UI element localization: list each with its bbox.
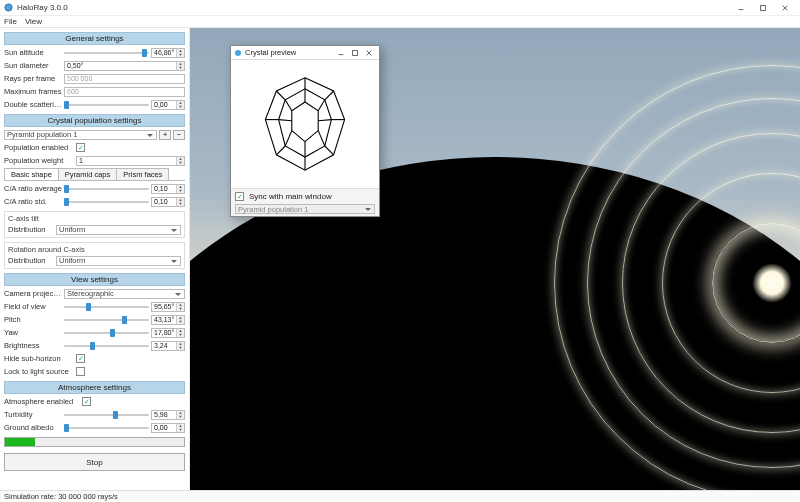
status-text: Simulation rate: 30 000 000 rays/s — [4, 492, 118, 501]
pitch-label: Pitch — [4, 315, 62, 324]
ca-avg-spin[interactable]: 0,10▲▼ — [151, 184, 185, 194]
pitch-spin[interactable]: 43,13°▲▼ — [151, 315, 185, 325]
rays-per-frame-input[interactable]: 500 000 — [64, 74, 185, 84]
rotation-group: Rotation around C-axis Distribution Unif… — [4, 242, 185, 269]
ground-albedo-slider[interactable] — [64, 424, 149, 432]
tab-prism-faces[interactable]: Prism faces — [116, 168, 169, 180]
menubar: File View — [0, 16, 800, 28]
hide-sub-horizon-check[interactable] — [76, 354, 85, 363]
max-frames-label: Maximum frames — [4, 87, 62, 96]
fov-slider[interactable] — [64, 303, 149, 311]
ca-std-label: C/A ratio std. — [4, 197, 62, 206]
turbidity-slider[interactable] — [64, 411, 149, 419]
population-weight-spin[interactable]: 1▲▼ — [76, 156, 185, 166]
rotation-distribution-select[interactable]: Uniform — [56, 256, 181, 266]
tilt-dist-label: Distribution — [8, 225, 54, 234]
window-titlebar: HaloRay 3.0.0 — [0, 0, 800, 16]
preview-population-select: Pyramid population 1 — [235, 204, 375, 214]
stop-button[interactable]: Stop — [4, 453, 185, 471]
svg-line-15 — [325, 146, 334, 155]
tilt-distribution-select[interactable]: Uniform — [56, 225, 181, 235]
svg-line-13 — [325, 91, 334, 100]
double-scatter-label: Double scattering — [4, 100, 62, 109]
lock-to-light-check[interactable] — [76, 367, 85, 376]
section-view: View settings — [4, 273, 185, 286]
brightness-spin[interactable]: 3,24▲▼ — [151, 341, 185, 351]
svg-line-28 — [285, 100, 292, 111]
preview-title: Crystal preview — [245, 48, 334, 57]
crystal-preview-window[interactable]: Crystal preview — [230, 45, 380, 217]
svg-line-24 — [318, 131, 325, 146]
window-title: HaloRay 3.0.0 — [17, 3, 730, 12]
population-weight-label: Population weight — [4, 156, 74, 165]
hide-sub-horizon-label: Hide sub-horizon — [4, 354, 74, 363]
maximize-button[interactable] — [752, 1, 774, 15]
rays-per-frame-label: Rays per frame — [4, 74, 62, 83]
svg-point-5 — [235, 50, 241, 56]
svg-line-26 — [285, 131, 292, 146]
menu-view[interactable]: View — [25, 17, 42, 26]
population-enabled-check[interactable] — [76, 143, 85, 152]
add-population-button[interactable]: + — [159, 130, 171, 140]
sun-altitude-slider[interactable] — [64, 49, 149, 57]
preview-icon — [234, 49, 242, 57]
ground-albedo-spin[interactable]: 0,00▲▼ — [151, 423, 185, 433]
rot-dist-label: Distribution — [8, 256, 54, 265]
settings-sidebar: General settings Sun altitude 46,86°▲▼ S… — [0, 28, 190, 490]
preview-maximize-button[interactable] — [348, 46, 362, 60]
yaw-slider[interactable] — [64, 329, 149, 337]
double-scatter-slider[interactable] — [64, 101, 149, 109]
projection-label: Camera projection — [4, 289, 62, 298]
app-icon — [4, 3, 13, 12]
menu-file[interactable]: File — [4, 17, 17, 26]
crystal-wireframe-icon — [250, 69, 360, 179]
rotation-label: Rotation around C-axis — [8, 245, 181, 254]
minimize-button[interactable] — [730, 1, 752, 15]
svg-line-19 — [276, 91, 285, 100]
sun-altitude-spin[interactable]: 46,86°▲▼ — [151, 48, 185, 58]
ca-std-spin[interactable]: 0,10▲▼ — [151, 197, 185, 207]
crystal-tabs: Basic shape Pyramid caps Prism faces — [4, 168, 185, 181]
turbidity-label: Turbidity — [4, 410, 62, 419]
svg-line-27 — [279, 120, 292, 121]
sun-disc — [752, 263, 792, 303]
projection-select[interactable]: Stereographic — [64, 289, 185, 299]
population-select[interactable]: Pyramid population 1 — [4, 130, 157, 140]
ca-avg-label: C/A ratio average — [4, 184, 62, 193]
svg-line-17 — [276, 146, 285, 155]
sync-label: Sync with main window — [249, 192, 332, 201]
svg-rect-7 — [353, 50, 358, 55]
pitch-slider[interactable] — [64, 316, 149, 324]
ca-std-slider[interactable] — [64, 198, 149, 206]
sun-altitude-label: Sun altitude — [4, 48, 62, 57]
turbidity-spin[interactable]: 5,98▲▼ — [151, 410, 185, 420]
yaw-label: Yaw — [4, 328, 62, 337]
ground-albedo-label: Ground albedo — [4, 423, 62, 432]
brightness-slider[interactable] — [64, 342, 149, 350]
ca-avg-slider[interactable] — [64, 185, 149, 193]
sun-diameter-spin[interactable]: 0,50°▲▼ — [64, 61, 185, 71]
close-button[interactable] — [774, 1, 796, 15]
tab-pyramid-caps[interactable]: Pyramid caps — [58, 168, 117, 180]
sync-check[interactable] — [235, 192, 244, 201]
statusbar: Simulation rate: 30 000 000 rays/s — [0, 490, 800, 502]
double-scatter-spin[interactable]: 0,00▲▼ — [151, 100, 185, 110]
brightness-label: Brightness — [4, 341, 62, 350]
remove-population-button[interactable]: − — [173, 130, 185, 140]
preview-minimize-button[interactable] — [334, 46, 348, 60]
lock-label: Lock to light source — [4, 367, 74, 376]
render-viewport[interactable]: Crystal preview — [190, 28, 800, 490]
yaw-spin[interactable]: 17,80°▲▼ — [151, 328, 185, 338]
fov-spin[interactable]: 95,65°▲▼ — [151, 302, 185, 312]
atm-enabled-check[interactable] — [82, 397, 91, 406]
population-enabled-label: Population enabled — [4, 143, 74, 152]
svg-line-22 — [318, 100, 325, 111]
tilt-group: C-axis tilt Distribution Uniform — [4, 211, 185, 238]
svg-point-0 — [5, 4, 12, 11]
sun-diameter-label: Sun diameter — [4, 61, 62, 70]
tab-basic-shape[interactable]: Basic shape — [4, 168, 59, 180]
max-frames-input[interactable]: 600 — [64, 87, 185, 97]
atm-enabled-label: Atmosphere enabled — [4, 397, 80, 406]
tilt-label: C-axis tilt — [8, 214, 181, 223]
preview-close-button[interactable] — [362, 46, 376, 60]
